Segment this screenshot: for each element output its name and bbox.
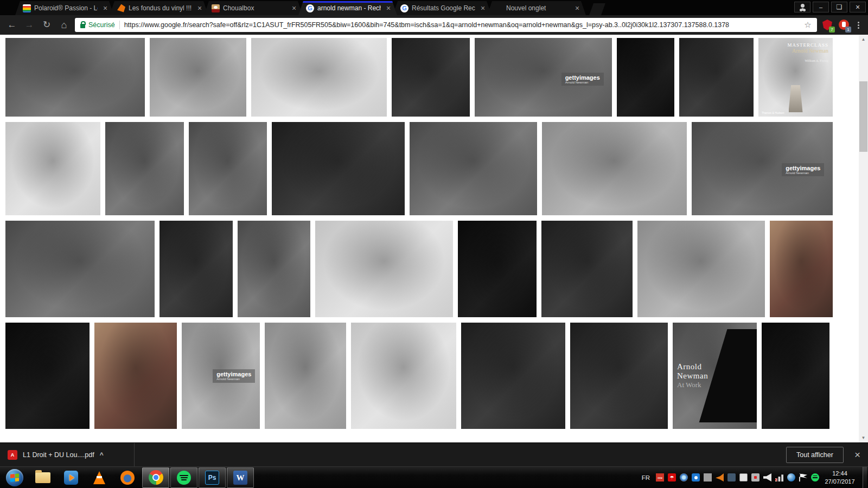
image-result-sculptor-with-bull-skull[interactable] [5,122,100,215]
image-result-man-in-library[interactable] [159,221,233,317]
image-result-woman-profile-dark[interactable] [458,221,537,317]
adblock-extension-icon[interactable]: 1 [838,19,850,31]
back-button[interactable] [5,18,18,31]
image-result-photographer-holding-camera[interactable] [238,221,310,317]
horn-icon[interactable] [716,473,724,481]
taskbar-chrome-button[interactable] [142,467,169,488]
forward-button[interactable] [23,18,36,31]
tab-r-sultats-google-recherc[interactable]: Résultats Google Recherc [393,1,492,15]
url-text[interactable]: https://www.google.fr/search?safe=off&rl… [124,21,803,29]
restore-button[interactable] [831,2,847,12]
image-result-photographer-with-camera[interactable]: gettyimagesArnold Newman [475,38,612,117]
image-result-andy-warhol-with-dolls[interactable] [770,221,833,317]
downloaded-file-button[interactable]: L1 Droit + DU Lou....pdf [23,451,94,459]
start-button[interactable] [1,467,28,488]
tab-close-icon[interactable] [384,4,393,12]
image-result-woman-black-dress-ballet-barre-2[interactable] [315,221,453,317]
image-result-man-in-dark-interior[interactable] [617,38,674,117]
messenger-icon[interactable] [692,473,700,481]
tab-nouvel-onglet[interactable]: Nouvel onglet [487,1,586,15]
vm-window-icon[interactable] [704,473,712,481]
tab-close-icon[interactable] [195,4,204,12]
image-result-men-on-white-house-lawn[interactable]: gettyimagesArnold Newman [692,122,833,215]
show-all-downloads-button[interactable]: Tout afficher [786,447,844,463]
vlc-cone-icon [93,471,105,484]
tab-les-fondus-du-vinyl-sa[interactable]: Les fondus du vinyl !!! {Sa [110,1,208,15]
none-favicon-icon [495,4,503,12]
avira-icon[interactable]: ☂ [668,473,676,481]
image-result-flower-in-dark[interactable] [762,323,829,429]
home-button[interactable] [58,18,71,31]
ghostery-extension-icon[interactable]: 7 [821,19,833,31]
power-plug-icon[interactable] [739,473,748,481]
image-result-man-against-brick-wall[interactable] [637,221,765,317]
bookmark-star-icon[interactable] [803,20,813,30]
photoshop-icon: Ps [205,471,219,485]
taskbar-word-button[interactable]: W [227,467,254,488]
jdownloader-icon[interactable] [787,473,795,481]
image-result-hemingway-bearded-portrait[interactable] [570,323,668,429]
tab-close-icon[interactable] [573,4,582,12]
snipping-tool-icon[interactable] [727,473,736,481]
tab-arnold-newman-recherc[interactable]: arnold newman - Recherc [298,1,397,15]
image-result-man-before-blackboard[interactable] [5,323,90,429]
image-result-masterclass-book-cover[interactable]: MASTERCLASSArnold NewmanWilliam A. Ewing… [758,38,833,117]
image-result-woman-by-drafting-table[interactable] [351,323,456,429]
taskbar-explorer-button[interactable] [29,467,56,488]
image-result-jfk-outside-white-house[interactable] [410,122,537,215]
image-result-andy-warhol-holding-camera[interactable] [94,323,177,429]
image-result-woman-black-dress-ballet-barre[interactable] [251,38,387,117]
image-result-couple-sharing-drink[interactable] [5,221,155,317]
scroll-down-icon[interactable] [859,433,868,442]
language-indicator[interactable]: FR [642,474,650,481]
tab-title: Choualbox [223,4,286,12]
tab-close-icon[interactable] [478,4,487,12]
tab-close-icon[interactable] [101,4,110,12]
clock-time: 12:44 [822,470,857,478]
close-shelf-icon[interactable] [854,449,860,461]
media-center-icon[interactable] [680,473,688,481]
taskbar-vlc-button[interactable] [86,467,113,488]
tab-choualbox[interactable]: Choualbox [204,1,303,15]
usb-device-icon[interactable] [751,473,760,481]
close-button[interactable] [850,2,866,12]
tab-polaroid-passion-le-si[interactable]: Polaroid® Passion - Le si [15,1,114,15]
tab-close-icon[interactable] [290,4,298,12]
image-result-elderly-man-portrait-glasses[interactable] [392,38,470,117]
spotify-tray-icon[interactable] [811,473,819,481]
image-result-young-man-glasses-hand-on-chin[interactable] [541,221,633,317]
book-cover-text: ArnoldNewmanAt Work [673,323,757,429]
minimize-button[interactable] [813,2,829,12]
image-result-architect-in-sunlit-doorway[interactable] [542,122,687,215]
security-label: Sécurisé [88,21,115,29]
image-result-man-working-in-lab[interactable] [461,323,565,429]
network-status-icon[interactable] [775,473,783,481]
input-flag-icon[interactable] [799,473,807,481]
download-options-caret-icon[interactable] [100,451,104,459]
taskbar-media-player-button[interactable] [58,467,85,488]
scroll-up-icon[interactable] [859,35,868,44]
taskbar-firefox-button[interactable] [114,467,141,488]
image-result-man-beside-window-panels[interactable] [679,38,754,117]
address-bar[interactable]: Sécurisé https://www.google.fr/search?sa… [75,18,817,32]
taskbar-spotify-button[interactable] [170,467,197,488]
show-desktop-button[interactable] [863,467,867,488]
image-result-dali-with-wires[interactable]: gettyimagesArnold Newman [182,323,260,429]
scrollbar-thumb[interactable] [859,81,867,152]
image-result-picasso-hand-on-face[interactable] [189,122,267,215]
new-tab-button[interactable] [589,3,605,15]
volume-icon[interactable] [763,473,771,481]
image-result-two-women-embracing[interactable] [272,122,405,215]
image-result-bill-clinton-at-desk[interactable] [5,38,145,117]
image-result-artist-in-cluttered-studio[interactable] [105,122,184,215]
taskbar-clock[interactable]: 12:44 27/07/2017 [822,470,857,486]
image-result-artist-in-studio-oof[interactable] [150,38,246,117]
image-result-elderly-couple-in-doorway[interactable] [265,323,346,429]
ccleaner-icon[interactable]: ccu [656,473,664,481]
chrome-menu-icon[interactable] [854,22,863,29]
reload-button[interactable] [40,18,53,31]
image-result-at-work-book-cover[interactable]: ArnoldNewmanAt Work [673,323,757,429]
profile-icon[interactable] [794,2,810,12]
taskbar-photoshop-button[interactable]: Ps [199,467,226,488]
scrollbar[interactable] [859,35,868,442]
